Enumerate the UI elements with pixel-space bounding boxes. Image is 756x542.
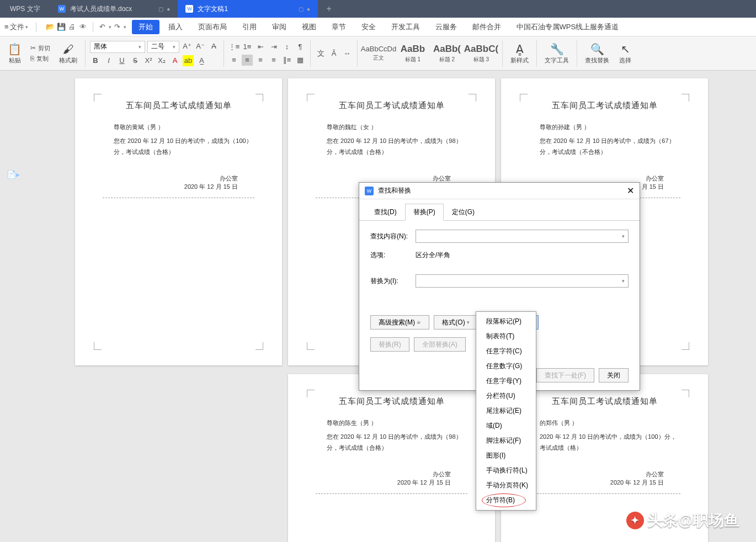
bullets-button[interactable]: ⋮≡ — [228, 41, 239, 52]
copy-button[interactable]: ⎘复制 — [28, 54, 52, 64]
new-style-button[interactable]: A͇新样式 — [507, 41, 532, 66]
underline-button[interactable]: U — [116, 55, 127, 66]
find-replace-button[interactable]: 🔍查找替换 — [582, 41, 613, 66]
replace-button[interactable]: 替换(R) — [370, 337, 409, 352]
find-next-button[interactable]: 查找下一处(F) — [536, 368, 594, 382]
clear-format-icon[interactable]: A̶ — [208, 41, 219, 52]
menu-4[interactable]: 审阅 — [265, 20, 293, 34]
page-3[interactable]: 五车间员工考试成绩通知单尊敬的陈生（男 ）您在 2020 年 12 月 10 日… — [288, 374, 495, 542]
print-icon[interactable]: 🖨 — [67, 22, 77, 32]
dialog-titlebar[interactable]: W 查找和替换 ✕ — [359, 183, 640, 199]
dialog-tab-2[interactable]: 定位(G) — [444, 204, 483, 221]
dialog-tab-0[interactable]: 查找(D) — [366, 204, 405, 221]
menu-7[interactable]: 安全 — [355, 20, 382, 34]
open-icon[interactable]: 📂 — [45, 22, 55, 32]
copy-icon: ⎘ — [30, 55, 34, 62]
indent-dec-button[interactable]: ⇤ — [255, 41, 266, 52]
grow-font-icon[interactable]: A⁺ — [182, 41, 193, 52]
dropdown-item-5[interactable]: 分栏符(U) — [476, 389, 536, 403]
preview-icon[interactable]: 👁 — [78, 22, 88, 32]
font-name-select[interactable]: 黑体▾ — [90, 41, 145, 53]
font-size-select[interactable]: 二号▾ — [147, 41, 179, 53]
menu-6[interactable]: 章节 — [325, 20, 353, 34]
cut-button[interactable]: ✂剪切 — [28, 43, 52, 54]
menu-3[interactable]: 引用 — [236, 20, 263, 34]
style-3[interactable]: AaBbC(标题 3 — [465, 41, 498, 66]
line-spacing-button[interactable]: ‖≡ — [281, 55, 292, 66]
align-center-button[interactable]: ≡ — [242, 55, 253, 66]
subscript-button[interactable]: X₂ — [156, 55, 167, 66]
dropdown-item-12[interactable]: 分节符(B) — [476, 493, 536, 508]
font-color-button[interactable]: A — [169, 55, 180, 66]
menu-8[interactable]: 开发工具 — [385, 20, 427, 34]
undo-icon[interactable]: ↶ — [98, 22, 108, 32]
dropdown-item-10[interactable]: 手动换行符(L) — [476, 463, 536, 478]
numbering-button[interactable]: 1≡ — [242, 41, 253, 52]
phonetic-button[interactable]: Ā — [328, 48, 339, 59]
doc-tab-0[interactable]: W 考试人员成绩单.docx ▢● — [50, 0, 178, 18]
format-button[interactable]: 格式(O) ▾ — [434, 315, 478, 330]
app-name: WPS 文字 — [0, 4, 50, 14]
paste-button[interactable]: 📋 粘贴 — [4, 41, 25, 66]
menu-5[interactable]: 视图 — [295, 20, 323, 34]
menu-11[interactable]: 中国石油专属WPS线上服务通道 — [510, 20, 626, 34]
justify-button[interactable]: ≡ — [268, 55, 279, 66]
text-tool-button[interactable]: 🔧文字工具 — [541, 41, 572, 66]
style-1[interactable]: AaBb标题 1 — [396, 41, 429, 66]
format-painter-button[interactable]: 🖌 格式刷 — [56, 41, 81, 66]
style-gallery[interactable]: AaBbCcDd正文AaBb标题 1AaBb(标题 2AaBbC(标题 3 — [362, 41, 498, 66]
style-0[interactable]: AaBbCcDd正文 — [362, 41, 395, 66]
adv-search-button[interactable]: 高级搜索(M) ≑ — [370, 315, 429, 330]
dropdown-item-3[interactable]: 任意数字(G) — [476, 359, 536, 374]
tab-label: 考试人员成绩单.docx — [70, 4, 132, 14]
replace-all-button[interactable]: 全部替换(A) — [414, 337, 466, 352]
char-border-button[interactable]: A̲ — [196, 55, 207, 66]
find-input[interactable]: ▾ — [416, 230, 629, 243]
shrink-font-icon[interactable]: A⁻ — [195, 41, 206, 52]
dropdown-item-7[interactable]: 域(D) — [476, 418, 536, 433]
highlight-button[interactable]: ab — [183, 55, 194, 66]
text-direction-button[interactable]: 文 — [315, 48, 326, 59]
indent-inc-button[interactable]: ⇥ — [268, 41, 279, 52]
char-scale-button[interactable]: ↔ — [342, 48, 353, 59]
menu-1[interactable]: 插入 — [162, 20, 189, 34]
dropdown-item-8[interactable]: 脚注标记(F) — [476, 433, 536, 448]
select-button[interactable]: ↖选择 — [616, 41, 635, 66]
close-icon[interactable]: ✕ — [627, 185, 634, 196]
file-menu[interactable]: ≡ 文件 ▾ — [0, 22, 33, 32]
dialog-tab-1[interactable]: 替换(P) — [405, 204, 444, 221]
save-icon[interactable]: 💾 — [56, 22, 66, 32]
dropdown-item-4[interactable]: 任意字母(Y) — [476, 374, 536, 389]
dropdown-item-1[interactable]: 制表符(T) — [476, 329, 536, 344]
style-2[interactable]: AaBb(标题 2 — [430, 41, 464, 66]
menu-0[interactable]: 开始 — [132, 20, 159, 34]
dropdown-item-2[interactable]: 任意字符(C) — [476, 344, 536, 359]
hamburger-icon: ≡ — [4, 23, 9, 31]
menu-9[interactable]: 云服务 — [429, 20, 464, 34]
italic-button[interactable]: I — [103, 55, 114, 66]
doc-tab-1[interactable]: W 文字文稿1 ▢● — [178, 0, 318, 18]
dropdown-item-11[interactable]: 手动分页符(K) — [476, 478, 536, 493]
menu-2[interactable]: 页面布局 — [191, 20, 233, 34]
strike-button[interactable]: S̶ — [130, 55, 141, 66]
dropdown-item-0[interactable]: 段落标记(P) — [476, 314, 536, 329]
menu-10[interactable]: 邮件合并 — [466, 20, 508, 34]
brush-icon: 🖌 — [63, 42, 74, 56]
superscript-button[interactable]: X² — [143, 55, 154, 66]
add-tab-button[interactable]: + — [318, 4, 340, 14]
dropdown-item-9[interactable]: 图形(I) — [476, 448, 536, 463]
align-left-button[interactable]: ≡ — [228, 55, 239, 66]
page-0[interactable]: 五车间员工考试成绩通知单尊敬的黄斌（男 ）您在 2020 年 12 月 10 日… — [75, 78, 282, 365]
shading-button[interactable]: ▦ — [295, 55, 306, 66]
cursor-icon: ↖ — [621, 42, 630, 56]
align-right-button[interactable]: ≡ — [255, 55, 266, 66]
dropdown-item-6[interactable]: 尾注标记(E) — [476, 403, 536, 418]
options-label: 选项: — [370, 251, 410, 260]
show-marks-button[interactable]: ¶ — [295, 41, 306, 52]
redo-icon[interactable]: ↷ — [113, 22, 123, 32]
close-button[interactable]: 关闭 — [599, 368, 629, 382]
bold-button[interactable]: B — [90, 55, 101, 66]
dialog-title: 查找和替换 — [378, 186, 411, 195]
replace-input[interactable]: ▾ — [416, 274, 629, 288]
sort-button[interactable]: ↕ — [281, 41, 292, 52]
